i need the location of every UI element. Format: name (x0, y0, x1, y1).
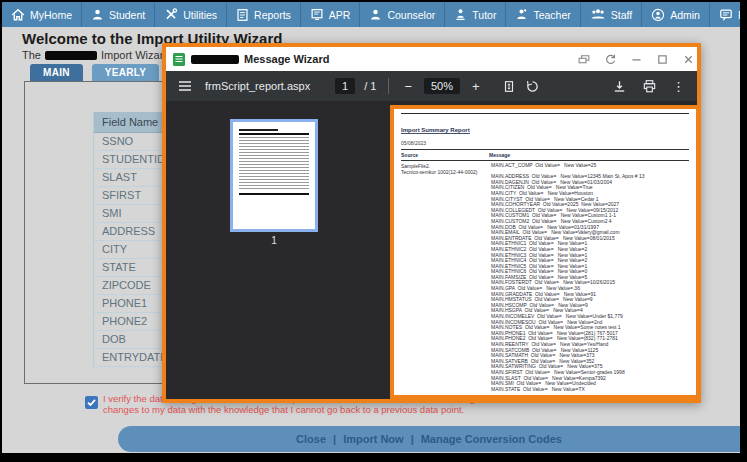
print-icon[interactable] (642, 79, 657, 94)
subtitle-prefix: The (22, 49, 41, 61)
page-thumbnail[interactable] (230, 119, 318, 232)
import-now-button[interactable]: Import Now (339, 433, 408, 445)
nav-item-admin[interactable]: Admin (642, 2, 710, 27)
verify-text-line2: changes to my data with the knowledge th… (103, 404, 464, 415)
pdf-filename: frmScript_report.aspx (205, 80, 310, 92)
nav-item-label: Student (109, 9, 145, 21)
nav-item-pt-por[interactable]: Pt Por (710, 2, 740, 27)
nav-item-label: APR (329, 9, 351, 21)
rotate-icon[interactable] (525, 79, 540, 94)
nav-item-label: Teacher (533, 9, 570, 21)
zoom-level[interactable]: 50% (424, 78, 460, 94)
staff-icon (590, 8, 606, 21)
redacted-brand (191, 55, 239, 64)
nav-item-label: Reports (254, 9, 291, 21)
nav-item-label: Pt Por (738, 9, 740, 21)
window-controls (577, 53, 695, 66)
utilities-icon (164, 8, 178, 21)
report-date: 05/08/2023 (401, 140, 689, 146)
nav-item-tutor[interactable]: Tutor (445, 2, 506, 27)
nav-item-label: Admin (670, 9, 700, 21)
green-document-icon (172, 52, 186, 67)
report-page: Import Summary Report 05/08/2023 Source … (390, 105, 697, 399)
nav-item-staff[interactable]: Staff (581, 2, 642, 27)
pdf-viewer-area: 1 Import Summary Report 05/08/2023 Sourc… (166, 101, 697, 399)
nav-item-label: MyHome (30, 9, 72, 21)
close-button[interactable]: Close (292, 433, 330, 445)
report-title: Import Summary Report (401, 127, 470, 134)
nav-item-apr[interactable]: APR (301, 2, 361, 27)
tab-yearly[interactable]: YEARLY (92, 64, 159, 81)
admin-icon (651, 8, 665, 22)
student-icon (91, 8, 104, 21)
dock-icon[interactable] (577, 53, 591, 66)
pdf-toolbar: frmScript_report.aspx 1 / 1 − 50% + ⋮ (166, 71, 697, 101)
redacted-brand (45, 51, 97, 60)
report-source-cell: SampleFile2. Tecnico-semkur 1002(12-44-0… (401, 163, 487, 175)
download-icon[interactable] (612, 79, 627, 94)
thumbnail-content (239, 129, 309, 195)
nav-item-label: Staff (611, 9, 632, 21)
zoom-out-button[interactable]: − (401, 79, 415, 94)
tab-main[interactable]: MAIN (30, 64, 83, 81)
message-column-header: Message (489, 152, 510, 158)
modal-title: Message Wizard (244, 53, 330, 65)
menu-icon[interactable] (178, 80, 192, 92)
action-separator: | (408, 433, 417, 445)
report-messages: MAIN.ACT_COMP Old Value= New Value=25MAI… (491, 163, 689, 392)
nav-item-label: Utilities (183, 9, 217, 21)
maximize-icon[interactable] (656, 53, 669, 66)
tutor-icon (454, 8, 467, 21)
nav-item-myhome[interactable]: MyHome (2, 2, 82, 27)
top-nav: MyHomeStudentUtilitiesReportsAPRCounselo… (2, 2, 740, 27)
modal-title-bar[interactable]: Message Wizard (166, 47, 697, 71)
action-separator: | (330, 433, 339, 445)
manage-conversion-codes-button[interactable]: Manage Conversion Codes (417, 433, 566, 445)
fit-page-icon[interactable] (502, 79, 516, 94)
more-options-icon[interactable]: ⋮ (672, 79, 685, 94)
nav-item-teacher[interactable]: Teacher (506, 2, 580, 27)
footer-action-bar: Close|Import Now|Manage Conversion Codes (118, 426, 740, 452)
report-message-line: MAIN.STATE Old Value= New Value=TX (491, 387, 689, 393)
close-icon[interactable] (682, 53, 695, 66)
message-wizard-modal: Message Wizard frmScript_report.aspx 1 /… (162, 43, 701, 403)
application-window: MyHomeStudentUtilitiesReportsAPRCounselo… (2, 2, 740, 453)
nav-item-student[interactable]: Student (82, 2, 155, 27)
zoom-in-button[interactable]: + (469, 79, 483, 94)
portal-icon (719, 8, 733, 22)
source-column-header: Source (401, 152, 489, 158)
page-total-label: / 1 (364, 80, 376, 92)
home-icon (11, 8, 25, 22)
nav-item-counselor[interactable]: Counselor (360, 2, 445, 27)
toolbar-divider (388, 78, 389, 94)
refresh-icon[interactable] (604, 53, 617, 66)
nav-item-label: Tutor (472, 9, 496, 21)
check-icon (86, 397, 97, 408)
minimize-icon[interactable] (630, 53, 643, 66)
verify-checkbox[interactable] (85, 396, 98, 409)
apr-icon (310, 8, 324, 21)
footer-actions: Close|Import Now|Manage Conversion Codes (292, 433, 566, 445)
nav-item-reports[interactable]: Reports (227, 2, 301, 27)
counselor-icon (369, 8, 382, 21)
teacher-icon (515, 8, 528, 21)
page-number-input[interactable]: 1 (335, 78, 355, 94)
report-column-headers: Source Message (401, 149, 689, 161)
thumbnail-page-number: 1 (230, 235, 318, 246)
nav-item-utilities[interactable]: Utilities (155, 2, 227, 27)
nav-item-label: Counselor (387, 9, 435, 21)
reports-icon (236, 8, 249, 22)
